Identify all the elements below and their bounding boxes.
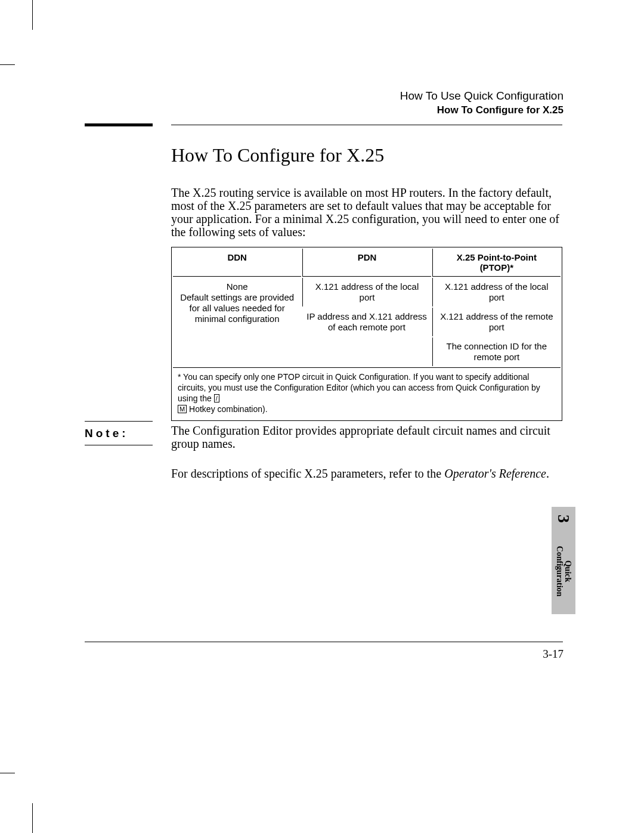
- table-cell-empty: [302, 337, 431, 366]
- intro-paragraph: The X.25 routing service is available on…: [171, 186, 565, 239]
- ref-text-2: .: [546, 467, 549, 480]
- footer-rule: [85, 642, 563, 642]
- cell-text: Default settings are provided for all va…: [180, 292, 294, 324]
- tab-label-line1: Quick: [564, 561, 572, 583]
- note-label: Note:: [85, 427, 129, 440]
- note-rule: [85, 445, 153, 445]
- table-header-pdn: PDN: [302, 249, 431, 277]
- running-header: How To Use Quick Configuration How To Co…: [400, 89, 564, 116]
- table-cell-ptop-3: The connection ID for the remote port: [432, 337, 561, 366]
- table-cell-ptop-1: X.121 address of the local port: [432, 278, 561, 306]
- chapter-tab-label: Quick Configuration: [552, 529, 575, 613]
- table-footnote-row: * You can specify only one PTOP circuit …: [173, 367, 561, 419]
- table-cell-ddn: None Default settings are provided for a…: [173, 278, 301, 366]
- page-title: How To Configure for X.25: [171, 144, 384, 166]
- section-rule-thick: [85, 123, 153, 126]
- header-section-title: How To Configure for X.25: [400, 104, 564, 116]
- keycap-slash: /: [214, 394, 219, 402]
- note-text: The Configuration Editor provides approp…: [171, 424, 565, 450]
- ref-text-1: For descriptions of specific X.25 parame…: [171, 467, 444, 480]
- chapter-side-tab: 3 Quick Configuration: [552, 507, 575, 614]
- table-row: None Default settings are provided for a…: [173, 278, 561, 306]
- page-number: 3-17: [543, 648, 564, 661]
- ref-italic: Operator's Reference: [444, 467, 546, 480]
- header-chapter-title: How To Use Quick Configuration: [400, 89, 564, 103]
- reference-paragraph: For descriptions of specific X.25 parame…: [171, 467, 565, 480]
- page: How To Use Quick Configuration How To Co…: [0, 0, 644, 833]
- table-footnote: * You can specify only one PTOP circuit …: [173, 367, 561, 419]
- table-header-ptop-line2: (PTOP)*: [480, 262, 513, 272]
- table-header-ddn: DDN: [173, 249, 301, 277]
- cell-text: None: [227, 281, 248, 292]
- table-cell-ptop-2: X.121 address of the remote port: [432, 308, 561, 336]
- footnote-text-2: Hotkey combination).: [187, 404, 267, 414]
- table-header-ptop: X.25 Point-to-Point (PTOP)*: [432, 249, 561, 277]
- keycap-m: M: [178, 405, 187, 413]
- table-cell-pdn-1: X.121 address of the local port: [302, 278, 431, 306]
- chapter-number: 3: [554, 507, 573, 531]
- table-cell-pdn-2: IP address and X.121 address of each rem…: [302, 308, 431, 336]
- table-header-ptop-line1: X.25 Point-to-Point: [457, 252, 537, 262]
- section-rule-thin: [171, 125, 562, 125]
- x25-config-table: DDN PDN X.25 Point-to-Point (PTOP)* None…: [171, 247, 562, 421]
- tab-label-line2: Configuration: [555, 546, 564, 597]
- footnote-text: You can specify only one PTOP circuit in…: [178, 372, 540, 403]
- note-rule: [85, 421, 153, 422]
